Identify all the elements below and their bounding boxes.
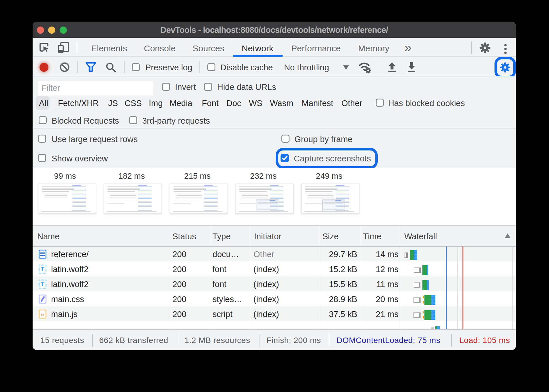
svg-text:T: T	[41, 280, 45, 288]
svg-text:‹›: ‹›	[41, 311, 44, 317]
svg-text:T: T	[41, 265, 45, 273]
